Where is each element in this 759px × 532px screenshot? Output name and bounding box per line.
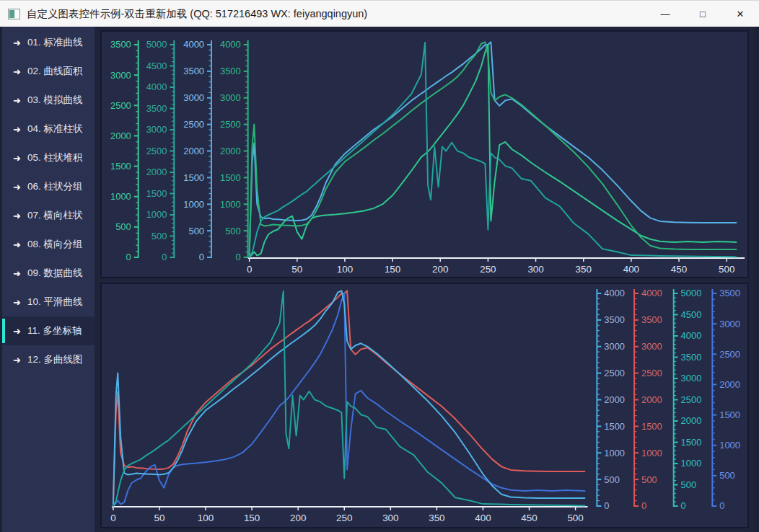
close-button[interactable]: ✕ bbox=[721, 1, 759, 27]
maximize-button[interactable]: □ bbox=[684, 1, 721, 27]
x-axis: 050100150200250300350400450500 bbox=[110, 507, 587, 523]
svg-text:200: 200 bbox=[432, 264, 448, 275]
sidebar-item-label: 05. 柱状堆积 bbox=[27, 151, 83, 164]
svg-text:2000: 2000 bbox=[604, 394, 625, 405]
series-plateau bbox=[250, 42, 737, 254]
svg-text:250: 250 bbox=[336, 513, 352, 523]
sidebar-item-01[interactable]: ➜01. 标准曲线 bbox=[2, 28, 95, 57]
svg-text:2500: 2500 bbox=[183, 119, 204, 130]
svg-text:3500: 3500 bbox=[681, 352, 702, 363]
y-axis-plateau: 05001000150020002500300035004000 bbox=[183, 39, 211, 262]
arrow-icon: ➜ bbox=[13, 239, 21, 250]
y-axis-second: 05001000150020002500300035004000 bbox=[220, 39, 248, 262]
multi-axis-chart-bottom: 0500100015002000250030003500400005001000… bbox=[102, 284, 747, 527]
sidebar-item-06[interactable]: ➜06. 柱状分组 bbox=[2, 172, 95, 201]
sidebar-item-label: 11. 多坐标轴 bbox=[27, 324, 82, 337]
sidebar-item-02[interactable]: ➜02. 曲线面积 bbox=[2, 57, 95, 86]
svg-text:500: 500 bbox=[719, 264, 734, 275]
svg-text:350: 350 bbox=[429, 513, 444, 523]
sidebar-item-07[interactable]: ➜07. 横向柱状 bbox=[2, 201, 95, 230]
svg-text:2500: 2500 bbox=[220, 119, 241, 130]
sidebar-item-10[interactable]: ➜10. 平滑曲线 bbox=[2, 288, 95, 316]
svg-text:2000: 2000 bbox=[641, 394, 662, 405]
arrow-icon: ➜ bbox=[13, 297, 21, 308]
sidebar-item-03[interactable]: ➜03. 模拟曲线 bbox=[2, 86, 95, 115]
svg-text:3500: 3500 bbox=[604, 314, 625, 325]
arrow-icon: ➜ bbox=[13, 153, 21, 164]
svg-text:1500: 1500 bbox=[220, 172, 241, 183]
app-body: ➜01. 标准曲线➜02. 曲线面积➜03. 模拟曲线➜04. 标准柱状➜05.… bbox=[0, 27, 759, 532]
sidebar-item-11[interactable]: ➜11. 多坐标轴 bbox=[2, 316, 95, 345]
svg-text:1000: 1000 bbox=[681, 458, 702, 469]
sidebar-item-label: 06. 柱状分组 bbox=[27, 180, 83, 193]
svg-text:2500: 2500 bbox=[110, 100, 131, 111]
svg-text:0: 0 bbox=[247, 264, 252, 275]
svg-text:0: 0 bbox=[719, 500, 724, 511]
y-axis-second: 05001000150020002500300035004000 bbox=[597, 288, 625, 511]
svg-text:1500: 1500 bbox=[183, 172, 204, 183]
sidebar-item-05[interactable]: ➜05. 柱状堆积 bbox=[2, 143, 95, 172]
svg-text:1000: 1000 bbox=[183, 199, 204, 210]
svg-text:1500: 1500 bbox=[604, 421, 625, 432]
svg-text:3500: 3500 bbox=[110, 39, 131, 50]
sidebar: ➜01. 标准曲线➜02. 曲线面积➜03. 模拟曲线➜04. 标准柱状➜05.… bbox=[2, 27, 95, 532]
svg-text:2500: 2500 bbox=[641, 368, 662, 378]
active-indicator-bar bbox=[2, 319, 5, 343]
y-axis-wave: 0500100015002000250030003500400045005000 bbox=[674, 288, 702, 511]
sidebar-item-12[interactable]: ➜12. 多曲线图 bbox=[2, 345, 95, 374]
svg-text:2500: 2500 bbox=[719, 349, 740, 360]
svg-text:3500: 3500 bbox=[220, 66, 241, 76]
window-title: 自定义图表控件示例-双击重新加载 (QQ: 517216493 WX: feiy… bbox=[27, 7, 646, 21]
sidebar-item-label: 01. 标准曲线 bbox=[27, 36, 83, 49]
svg-text:2000: 2000 bbox=[681, 415, 702, 426]
svg-text:3000: 3000 bbox=[220, 92, 241, 103]
svg-text:1000: 1000 bbox=[110, 191, 131, 202]
svg-text:450: 450 bbox=[671, 264, 687, 275]
svg-text:1000: 1000 bbox=[719, 440, 740, 451]
svg-text:1000: 1000 bbox=[604, 448, 625, 458]
svg-text:0: 0 bbox=[199, 252, 204, 262]
svg-text:0: 0 bbox=[162, 252, 167, 262]
sidebar-item-09[interactable]: ➜09. 数据曲线 bbox=[2, 259, 95, 288]
chart-panel-top[interactable]: 0500100015002000250030003500050010001500… bbox=[100, 30, 749, 278]
svg-text:500: 500 bbox=[225, 226, 241, 236]
svg-text:1500: 1500 bbox=[146, 188, 167, 199]
y-axis-wave: 0500100015002000250030003500400045005000 bbox=[146, 39, 175, 262]
sidebar-item-08[interactable]: ➜08. 横向分组 bbox=[2, 230, 95, 259]
svg-text:0: 0 bbox=[681, 500, 686, 511]
svg-text:500: 500 bbox=[641, 474, 657, 485]
svg-text:2000: 2000 bbox=[719, 379, 740, 390]
svg-text:1500: 1500 bbox=[641, 421, 662, 432]
sidebar-item-label: 07. 横向柱状 bbox=[27, 209, 83, 222]
arrow-icon: ➜ bbox=[13, 268, 21, 279]
sidebar-item-label: 02. 曲线面积 bbox=[27, 65, 83, 78]
sidebar-item-04[interactable]: ➜04. 标准柱状 bbox=[2, 115, 95, 143]
svg-text:3500: 3500 bbox=[641, 314, 662, 325]
svg-text:3500: 3500 bbox=[719, 288, 740, 298]
sidebar-item-label: 12. 多曲线图 bbox=[27, 353, 83, 366]
svg-text:3500: 3500 bbox=[146, 103, 167, 114]
svg-text:2500: 2500 bbox=[146, 146, 167, 156]
svg-text:200: 200 bbox=[290, 513, 306, 523]
svg-text:2500: 2500 bbox=[604, 368, 625, 378]
svg-text:300: 300 bbox=[527, 264, 543, 275]
arrow-icon: ➜ bbox=[13, 210, 21, 221]
svg-text:500: 500 bbox=[115, 221, 131, 232]
svg-text:3000: 3000 bbox=[604, 341, 625, 352]
svg-text:3000: 3000 bbox=[183, 92, 204, 103]
arrow-icon: ➜ bbox=[13, 182, 21, 192]
svg-text:300: 300 bbox=[382, 513, 398, 523]
app-icon bbox=[8, 9, 20, 19]
minimize-button[interactable]: — bbox=[646, 1, 684, 27]
svg-text:500: 500 bbox=[189, 226, 205, 236]
sidebar-item-label: 08. 横向分组 bbox=[27, 238, 83, 251]
arrow-icon: ➜ bbox=[13, 37, 21, 48]
svg-text:4000: 4000 bbox=[220, 39, 241, 50]
svg-text:0: 0 bbox=[604, 500, 609, 511]
app-window: 自定义图表控件示例-双击重新加载 (QQ: 517216493 WX: feiy… bbox=[0, 0, 759, 532]
svg-text:2000: 2000 bbox=[146, 167, 167, 177]
chart-panel-bottom[interactable]: 0500100015002000250030003500400005001000… bbox=[100, 283, 749, 528]
svg-text:5000: 5000 bbox=[146, 39, 167, 50]
svg-text:1000: 1000 bbox=[220, 199, 241, 210]
svg-text:50: 50 bbox=[291, 264, 302, 275]
